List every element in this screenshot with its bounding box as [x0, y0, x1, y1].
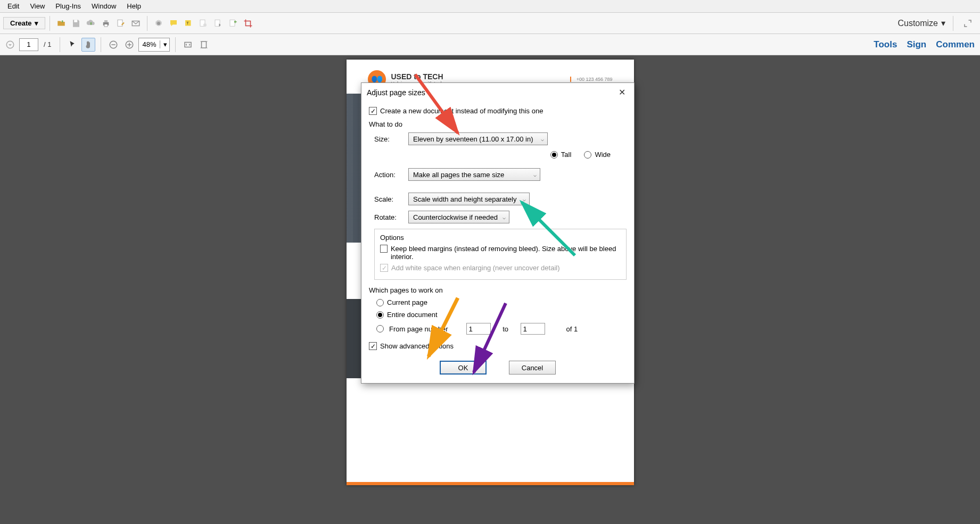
rotate-select[interactable]: Counterclockwise if needed⌵ [408, 211, 509, 223]
chevron-down-icon: ⌵ [533, 172, 537, 178]
svg-rect-0 [75, 20, 78, 22]
cancel-button[interactable]: Cancel [509, 361, 556, 375]
to-page-input[interactable] [521, 323, 545, 335]
pointer-icon[interactable] [65, 38, 79, 52]
create-new-label: Create a new document instead of modifyi… [380, 107, 543, 115]
svg-point-10 [203, 23, 207, 27]
save-icon[interactable] [69, 16, 83, 30]
zoom-select[interactable]: 48%▾ [138, 38, 169, 52]
menu-help[interactable]: Help [121, 1, 146, 11]
svg-rect-3 [104, 24, 108, 27]
chevron-down-icon: ▾ [35, 19, 38, 27]
edit-doc-icon[interactable] [114, 16, 128, 30]
adjust-page-sizes-dialog: Adjust page sizes ✕ ✓ Create a new docum… [361, 82, 635, 384]
from-page-input[interactable] [466, 323, 491, 335]
add-whitespace-checkbox: ✓ [380, 264, 388, 272]
customize-button[interactable]: Customize▾ [897, 18, 945, 28]
options-label: Options [380, 234, 621, 242]
svg-text:T: T [187, 21, 190, 26]
toolbar-main: Create▾ T Customize▾ [0, 13, 980, 34]
note-icon[interactable]: T [182, 16, 195, 30]
chevron-down-icon: ⌵ [541, 136, 544, 142]
keep-bleed-label: Keep bleed margins (instead of removing … [391, 245, 621, 261]
comment-tab[interactable]: Commen [936, 39, 975, 50]
menu-bar: Edit View Plug-Ins Window Help [0, 0, 980, 13]
expand-icon[interactable] [961, 16, 975, 30]
menu-view[interactable]: View [24, 1, 50, 11]
crop-icon[interactable] [241, 16, 255, 30]
wide-radio[interactable] [584, 151, 591, 159]
fit-width-icon[interactable] [181, 38, 195, 52]
create-button[interactable]: Create▾ [3, 17, 45, 29]
doc-lock-icon[interactable] [196, 16, 210, 30]
doc-export-icon[interactable] [226, 16, 240, 30]
action-select[interactable]: Make all pages the same size⌵ [408, 168, 540, 181]
doc-next-icon[interactable] [211, 16, 225, 30]
chevron-down-icon: ▾ [941, 18, 945, 28]
section-what-to-do: What to do [369, 120, 627, 128]
menu-edit[interactable]: Edit [2, 1, 24, 11]
menu-plugins[interactable]: Plug-Ins [50, 1, 86, 11]
svg-rect-20 [201, 41, 206, 48]
keep-bleed-checkbox[interactable] [380, 245, 388, 253]
page-number-input[interactable] [19, 38, 38, 51]
comment-icon[interactable] [167, 16, 180, 30]
entire-document-radio[interactable] [376, 311, 384, 319]
menu-window[interactable]: Window [86, 1, 121, 11]
mail-icon[interactable] [129, 16, 143, 30]
section-which-pages: Which pages to work on [369, 286, 627, 294]
open-icon[interactable] [54, 16, 68, 30]
svg-rect-12 [230, 20, 235, 26]
add-whitespace-label: Add white space when enlarging (never un… [391, 264, 560, 272]
chevron-down-icon: ⌵ [503, 214, 506, 220]
scale-select[interactable]: Scale width and height separately⌵ [408, 193, 530, 205]
current-page-radio[interactable] [376, 299, 384, 306]
gear-icon[interactable] [152, 16, 166, 30]
from-page-radio[interactable] [376, 325, 384, 332]
zoom-out-icon[interactable] [106, 38, 120, 52]
close-icon[interactable]: ✕ [615, 86, 629, 98]
doc-logo-title: USED to TECH [391, 72, 443, 81]
tall-radio[interactable] [550, 151, 558, 159]
hand-icon[interactable] [81, 38, 95, 52]
show-advanced-checkbox[interactable]: ✓ [369, 342, 377, 350]
create-new-checkbox[interactable]: ✓ [369, 107, 377, 115]
cloud-upload-icon[interactable] [84, 16, 98, 30]
chevron-down-icon: ⌵ [523, 196, 526, 202]
svg-rect-2 [104, 20, 108, 22]
page-down-icon[interactable] [3, 38, 17, 52]
show-advanced-label: Show advanced options [380, 342, 454, 350]
toolbar-nav: / 1 48%▾ Tools Sign Commen [0, 34, 980, 55]
chevron-down-icon: ▾ [160, 40, 169, 48]
dialog-title: Adjust page sizes [367, 88, 425, 97]
size-select[interactable]: Eleven by seventeen (11.00 x 17.00 in)⌵ [408, 132, 548, 145]
ok-button[interactable]: OK [440, 361, 487, 375]
print-icon[interactable] [99, 16, 113, 30]
sign-tab[interactable]: Sign [907, 39, 926, 50]
fit-page-icon[interactable] [197, 38, 211, 52]
tools-tab[interactable]: Tools [874, 39, 897, 50]
zoom-in-icon[interactable] [122, 38, 136, 52]
doc-phone: +00 123 456 789 [570, 77, 613, 82]
page-total: / 1 [40, 40, 54, 48]
